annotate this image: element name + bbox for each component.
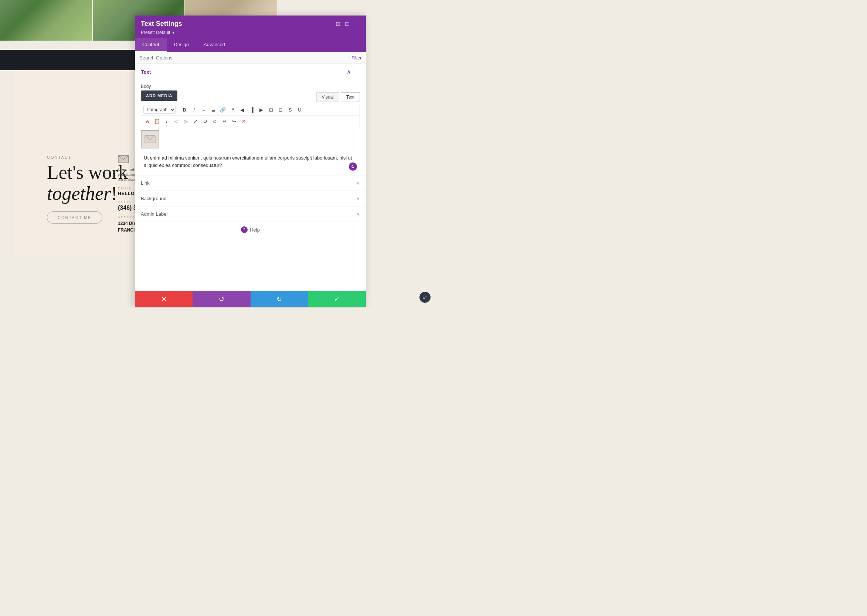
- heading-punctuation: !: [111, 183, 117, 204]
- settings-panel: Text Settings ⊞ ⊟ ⋮ Preset: Default ▾ Co…: [135, 16, 366, 307]
- paragraph-select[interactable]: Paragraph: [143, 105, 175, 114]
- dark-section-bar: [0, 50, 137, 70]
- section-controls: ∧ ⋮: [347, 68, 360, 75]
- editor-image-placeholder: [141, 130, 159, 148]
- panel-header-icons: ⊞ ⊟ ⋮: [336, 20, 360, 27]
- admin-chevron-icon: ∨: [356, 211, 360, 217]
- panel-preset[interactable]: Preset: Default ▾: [141, 30, 360, 35]
- contact-heading: Let's work together!: [47, 162, 128, 204]
- bold-button[interactable]: B: [180, 105, 189, 114]
- special-chars-button[interactable]: Ω: [201, 117, 209, 125]
- strikethrough-button[interactable]: S: [286, 105, 294, 114]
- editor-content[interactable]: Ut enim ad minima veniam, quis nostrum e…: [141, 151, 360, 174]
- outdent-button[interactable]: ◁: [172, 117, 180, 125]
- align-left-button[interactable]: ◀: [238, 105, 246, 114]
- gallery-image-1: [0, 0, 92, 41]
- underline-button[interactable]: U: [296, 105, 304, 114]
- body-label: Body: [135, 80, 366, 91]
- email-label: EMAIL: [118, 187, 132, 190]
- editor-text: Ut enim ad minima veniam, quis nostrum e…: [144, 155, 352, 168]
- text-section-title: Text: [141, 69, 151, 75]
- background-section[interactable]: Background ∨: [135, 190, 366, 206]
- visual-text-toggle: Visual Text: [316, 92, 360, 102]
- search-input[interactable]: [139, 55, 348, 61]
- cancel-button[interactable]: ✕: [135, 291, 192, 307]
- section-collapse-icon[interactable]: ∧: [347, 68, 351, 75]
- emoji-button[interactable]: ☺: [211, 117, 219, 125]
- maximize-icon[interactable]: ⊞: [336, 20, 340, 27]
- link-section[interactable]: Link ∨: [135, 175, 366, 190]
- italic-button[interactable]: I: [190, 105, 198, 114]
- help-icon: ?: [241, 226, 247, 233]
- contact-me-button[interactable]: CONTACT ME: [47, 211, 102, 224]
- paste-button[interactable]: 📋: [153, 117, 161, 125]
- panel-tabs: Content Design Advanced: [135, 38, 366, 52]
- align-right-button[interactable]: ▶: [257, 105, 265, 114]
- ordered-list-button[interactable]: ≣: [209, 105, 217, 114]
- link-label: Link: [141, 180, 150, 186]
- tab-advanced[interactable]: Advanced: [196, 38, 232, 52]
- text-toggle-button[interactable]: Text: [341, 92, 360, 102]
- link-chevron-icon: ∨: [356, 180, 360, 186]
- italic2-button[interactable]: I: [162, 117, 171, 125]
- admin-label-text: Admin Label: [141, 211, 167, 217]
- heading-line1: Let's work: [47, 162, 128, 183]
- envelope-icon: [118, 155, 129, 163]
- back-arrow-button[interactable]: ↙: [419, 292, 430, 303]
- panel-search: + Filter: [135, 52, 366, 64]
- text-section-header: Text ∧ ⋮: [135, 64, 366, 80]
- text-color-button[interactable]: A: [143, 117, 151, 125]
- redo-button[interactable]: ↪: [230, 117, 238, 125]
- indent-button[interactable]: ▷: [182, 117, 190, 125]
- panel-header-top: Text Settings ⊞ ⊟ ⋮: [141, 20, 360, 28]
- panel-bottom-bar: ✕ ↺ ↻ ✓: [135, 291, 366, 307]
- filter-button[interactable]: + Filter: [348, 55, 361, 61]
- phone-label: PHONE: [118, 200, 133, 204]
- add-media-button[interactable]: ADD MEDIA: [141, 91, 177, 101]
- preset-label: Preset: Default: [141, 30, 170, 35]
- toolbar-divider-1: [178, 106, 178, 113]
- reset-button[interactable]: ↺: [192, 291, 250, 307]
- visual-toggle-button[interactable]: Visual: [316, 92, 339, 102]
- contact-label: CONTACT: [47, 155, 71, 160]
- background-label: Background: [141, 196, 166, 201]
- panel-body: Text ∧ ⋮ Body ADD MEDIA Visual Text Para…: [135, 64, 366, 291]
- remove-format-button[interactable]: ✕: [240, 117, 247, 125]
- save-button[interactable]: ✓: [308, 291, 366, 307]
- panel-title: Text Settings: [141, 20, 182, 28]
- more-icon[interactable]: ⋮: [354, 20, 360, 27]
- link-button[interactable]: 🔗: [219, 105, 227, 114]
- help-text: Help: [250, 227, 260, 233]
- tab-design[interactable]: Design: [167, 38, 196, 52]
- split-icon[interactable]: ⊟: [345, 20, 350, 27]
- panel-header: Text Settings ⊞ ⊟ ⋮ Preset: Default ▾: [135, 16, 366, 38]
- toolbar-row-2: A 📋 I ◁ ▷ ⤢ Ω ☺ ↩ ↪ ✕: [141, 116, 359, 127]
- align-center-button[interactable]: ▐: [247, 105, 256, 114]
- table-options-button[interactable]: ⊟: [276, 105, 285, 114]
- expand-button[interactable]: ⤢: [191, 117, 200, 125]
- background-chevron-icon: ∨: [356, 195, 360, 202]
- heading-line2: together: [47, 183, 111, 204]
- preset-arrow: ▾: [171, 30, 174, 35]
- tab-content[interactable]: Content: [135, 38, 167, 52]
- editor-toolbar: Paragraph B I ≡ ≣ 🔗 ❝ ◀ ▐ ▶ ⊞ ⊟ S U A: [141, 104, 360, 127]
- blockquote-button[interactable]: ❝: [229, 105, 236, 114]
- help-section[interactable]: ? Help: [135, 222, 366, 237]
- unordered-list-button[interactable]: ≡: [200, 105, 208, 114]
- table-button[interactable]: ⊞: [267, 105, 275, 114]
- admin-label-section[interactable]: Admin Label ∨: [135, 206, 366, 222]
- section-menu-icon[interactable]: ⋮: [354, 68, 360, 75]
- regenerate-button[interactable]: ↻: [349, 162, 357, 171]
- undo-button[interactable]: ↩: [220, 117, 229, 125]
- redo-action-button[interactable]: ↻: [251, 291, 308, 307]
- toolbar-row-1: Paragraph B I ≡ ≣ 🔗 ❝ ◀ ▐ ▶ ⊞ ⊟ S U: [141, 104, 359, 116]
